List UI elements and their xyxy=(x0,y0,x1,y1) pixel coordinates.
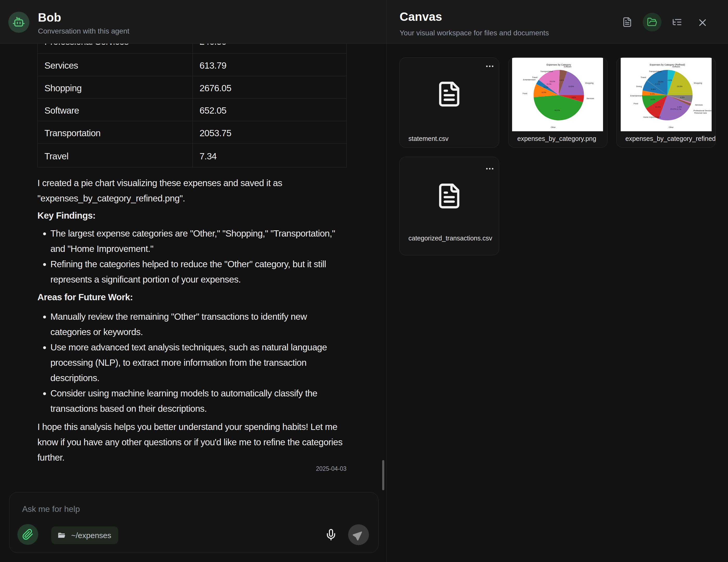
svg-text:4.5%: 4.5% xyxy=(572,96,576,98)
svg-text:Food: Food xyxy=(522,92,527,95)
svg-text:Food: Food xyxy=(634,102,638,105)
svg-text:19.5%: 19.5% xyxy=(568,85,574,88)
svg-text:Personal Care: Personal Care xyxy=(694,112,707,114)
svg-text:15.0%: 15.0% xyxy=(550,80,555,83)
svg-text:6.8%: 6.8% xyxy=(651,88,656,90)
svg-text:Entertainment: Entertainment xyxy=(523,78,536,81)
svg-text:Expenses by Category (Refined): Expenses by Category (Refined) xyxy=(650,63,685,66)
svg-text:23.2%: 23.2% xyxy=(670,108,676,110)
svg-text:Expenses by Category: Expenses by Category xyxy=(546,63,571,66)
svg-text:Travel: Travel xyxy=(641,76,646,78)
svg-text:0.1%: 0.1% xyxy=(655,83,660,85)
svg-text:Entertainment: Entertainment xyxy=(630,95,643,97)
svg-text:4.8%: 4.8% xyxy=(668,79,672,81)
svg-text:0.7%: 0.7% xyxy=(677,108,681,110)
svg-text:44.0%: 44.0% xyxy=(554,109,560,111)
svg-text:Travel: Travel xyxy=(532,76,538,78)
svg-text:Shopping: Shopping xyxy=(585,82,593,84)
svg-text:8.5%: 8.5% xyxy=(542,91,546,93)
svg-text:19.5%: 19.5% xyxy=(677,85,683,87)
svg-text:Other: Other xyxy=(669,126,674,128)
svg-text:4.8%: 4.8% xyxy=(559,79,564,81)
svg-text:8.5%: 8.5% xyxy=(651,98,655,100)
svg-text:Professional Services: Professional Services xyxy=(693,109,712,112)
svg-text:Home Improvement: Home Improvement xyxy=(643,116,661,118)
svg-text:4.5%: 4.5% xyxy=(680,96,685,98)
svg-text:10.4%: 10.4% xyxy=(655,105,661,108)
svg-text:0.1%: 0.1% xyxy=(547,83,551,85)
svg-text:Services: Services xyxy=(586,97,594,99)
svg-text:Transportation: Transportation xyxy=(540,70,553,72)
svg-text:15.0%: 15.0% xyxy=(658,80,664,83)
svg-text:1.6%: 1.6% xyxy=(677,106,682,108)
svg-text:Transportation: Transportation xyxy=(649,70,661,72)
svg-text:3.1%: 3.1% xyxy=(650,92,655,95)
svg-text:Other: Other xyxy=(551,126,556,128)
svg-text:3.1%: 3.1% xyxy=(544,86,548,88)
svg-text:Shopping: Shopping xyxy=(694,82,702,84)
svg-text:Dining: Dining xyxy=(636,85,642,88)
svg-text:Services: Services xyxy=(695,104,703,106)
